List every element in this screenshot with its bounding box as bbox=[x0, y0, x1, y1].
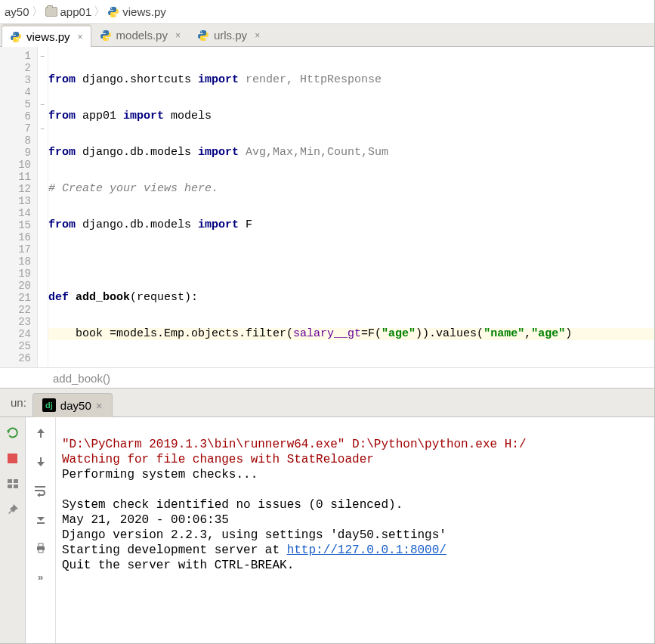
tab-views[interactable]: views.py × bbox=[2, 24, 91, 47]
svg-rect-10 bbox=[8, 485, 12, 488]
python-file-icon bbox=[10, 31, 22, 43]
server-url-link[interactable]: http://127.0.0.1:8000/ bbox=[287, 543, 446, 557]
python-file-icon bbox=[100, 29, 112, 42]
svg-point-4 bbox=[103, 31, 104, 32]
django-icon: dj bbox=[42, 398, 56, 412]
print-icon[interactable] bbox=[32, 540, 49, 556]
breadcrumb-folder[interactable]: app01 bbox=[45, 5, 92, 18]
svg-rect-13 bbox=[39, 543, 43, 546]
breadcrumb: ay50 〉 app01 〉 views.py bbox=[0, 0, 654, 24]
rerun-icon[interactable] bbox=[5, 425, 20, 440]
wrap-icon[interactable] bbox=[32, 482, 49, 499]
down-icon[interactable] bbox=[32, 454, 49, 470]
editor-tabs: views.py × models.py × urls.py × bbox=[0, 24, 654, 47]
svg-point-3 bbox=[17, 40, 18, 41]
tab-models[interactable]: models.py × bbox=[91, 23, 189, 46]
run-label: un: bbox=[0, 396, 32, 409]
tab-label: models.py bbox=[116, 29, 168, 42]
run-tool-header: un: dj day50 × bbox=[0, 389, 654, 417]
svg-rect-14 bbox=[39, 550, 43, 553]
up-icon[interactable] bbox=[32, 425, 49, 441]
python-file-icon bbox=[107, 6, 119, 18]
code-area[interactable]: from django.shortcuts import render, Htt… bbox=[48, 47, 654, 367]
close-icon[interactable]: × bbox=[255, 30, 260, 41]
close-icon[interactable]: × bbox=[175, 30, 181, 41]
breadcrumb-file[interactable]: views.py bbox=[107, 5, 166, 18]
run-console: » "D:\PyCharm 2019.1.3\bin\runnerw64.exe… bbox=[0, 417, 654, 644]
stop-icon[interactable] bbox=[5, 450, 20, 466]
svg-rect-8 bbox=[8, 479, 12, 483]
close-icon[interactable]: × bbox=[78, 32, 83, 42]
scroll-to-end-icon[interactable] bbox=[32, 511, 49, 528]
tab-label: views.py bbox=[26, 30, 70, 43]
svg-point-5 bbox=[107, 39, 107, 39]
chevron-right-icon: 〉 bbox=[32, 5, 43, 19]
svg-point-6 bbox=[201, 31, 202, 32]
tab-urls[interactable]: urls.py × bbox=[189, 23, 268, 46]
console-output[interactable]: "D:\PyCharm 2019.1.3\bin\runnerw64.exe" … bbox=[56, 417, 654, 644]
tab-label: urls.py bbox=[214, 29, 247, 42]
more-icon[interactable]: » bbox=[32, 568, 49, 585]
run-tab-day50[interactable]: dj day50 × bbox=[32, 393, 113, 417]
python-file-icon bbox=[197, 29, 209, 42]
close-icon[interactable]: × bbox=[96, 399, 103, 412]
run-toolbar-inner: » bbox=[26, 417, 56, 644]
svg-rect-11 bbox=[14, 485, 18, 488]
svg-point-0 bbox=[111, 8, 112, 8]
pin-icon[interactable] bbox=[5, 502, 20, 517]
code-editor[interactable]: 1234567891011121314151617181920212223242… bbox=[0, 47, 654, 367]
layout-icon[interactable] bbox=[5, 476, 20, 491]
breadcrumb-root[interactable]: ay50 bbox=[5, 5, 29, 18]
code-context-breadcrumb[interactable]: add_book() bbox=[0, 367, 654, 389]
fold-column: −−− bbox=[38, 47, 48, 367]
folder-icon bbox=[45, 7, 57, 17]
svg-point-7 bbox=[205, 39, 205, 39]
run-toolbar-left bbox=[0, 417, 26, 644]
svg-point-1 bbox=[115, 15, 116, 16]
line-number-gutter: 1234567891011121314151617181920212223242… bbox=[0, 47, 38, 367]
svg-rect-9 bbox=[14, 479, 18, 483]
chevron-right-icon: 〉 bbox=[94, 5, 105, 19]
svg-point-2 bbox=[14, 33, 14, 33]
